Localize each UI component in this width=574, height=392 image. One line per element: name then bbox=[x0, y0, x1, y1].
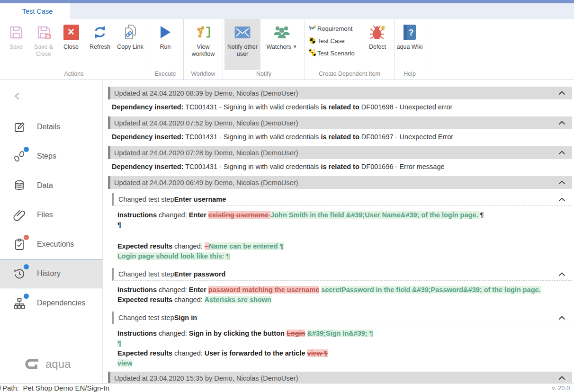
test-step-header[interactable]: Changed test step Sign in bbox=[112, 312, 572, 324]
sidebar-item-steps[interactable]: Steps bbox=[0, 142, 102, 171]
text-segment: Enter bbox=[189, 286, 208, 294]
create-test-case-button[interactable]: Test Case bbox=[308, 36, 360, 45]
ribbon-group-label: Notify bbox=[224, 70, 303, 80]
run-button[interactable]: Run bbox=[149, 19, 182, 70]
ribbon-group-help: ? aqua Wiki Help bbox=[395, 19, 425, 80]
history-text-line: Dependency inserted: TC001431 - Signing … bbox=[112, 102, 567, 112]
test-step-name: Enter username bbox=[174, 196, 226, 203]
save-close-icon bbox=[36, 23, 52, 41]
text-segment: DF001696 - Error message bbox=[359, 163, 445, 170]
history-entry-header[interactable]: Updated at 24.04.2020 07:52 by Demo, Nic… bbox=[108, 116, 572, 129]
test-step-header[interactable]: Changed test step Enter password bbox=[112, 268, 572, 281]
history-entry-body: Dependency inserted: TC001431 - Signing … bbox=[108, 100, 572, 116]
collapse-icon[interactable] bbox=[558, 180, 565, 185]
copy-link-button[interactable]: Copy Link bbox=[115, 19, 145, 70]
button-label: Save & Close bbox=[30, 44, 57, 58]
text-segment: changed: bbox=[172, 296, 205, 303]
collapse-icon[interactable] bbox=[558, 91, 565, 95]
aqua-wiki-button[interactable]: ? aqua Wiki bbox=[396, 19, 423, 70]
close-button[interactable]: ✕ Close bbox=[57, 19, 85, 70]
history-entry-header[interactable]: Updated at 23.04.2020 15:35 by Demo, Nic… bbox=[108, 372, 572, 383]
create-requirement-button[interactable]: Requirement bbox=[308, 24, 360, 33]
collapse-icon[interactable] bbox=[558, 151, 565, 155]
test-step-prefix: Changed test step bbox=[118, 196, 174, 203]
text-segment: Instructions bbox=[117, 211, 157, 219]
collapse-sidebar-button[interactable] bbox=[0, 80, 102, 112]
ribbon-group-label: Create Dependent Item bbox=[306, 70, 393, 80]
test-step-body: Instructions changed: Sign in by clickin… bbox=[108, 324, 572, 371]
save-button[interactable]: Save bbox=[2, 19, 30, 70]
collapse-icon[interactable] bbox=[558, 121, 565, 125]
item-label: Test Scenario bbox=[317, 50, 355, 57]
text-segment: Name can be entered ¶ bbox=[209, 242, 284, 250]
test-step-header[interactable]: Changed test step Enter username bbox=[112, 193, 572, 206]
sidebar-item-label: History bbox=[37, 269, 61, 278]
sidebar-item-label: Data bbox=[37, 181, 53, 190]
save-icon bbox=[9, 23, 24, 41]
sidebar-item-label: Files bbox=[37, 211, 53, 219]
notification-badge bbox=[24, 235, 29, 240]
version-label: v. 20.0. bbox=[552, 384, 574, 392]
sidebar-item-label: Dependencies bbox=[37, 299, 85, 307]
tab-test-case[interactable]: Test Case bbox=[5, 3, 70, 19]
text-segment: is related to bbox=[321, 133, 359, 141]
collapse-icon[interactable] bbox=[558, 316, 565, 320]
history-entry-header[interactable]: Updated at 24.04.2020 06:49 by Demo, Nic… bbox=[108, 176, 572, 189]
copy-link-icon bbox=[122, 23, 138, 41]
text-segment: changed: bbox=[157, 330, 189, 337]
svg-text:?: ? bbox=[409, 28, 414, 37]
sidebar-item-dependencies[interactable]: Dependencies bbox=[0, 288, 102, 318]
history-entry: Updated at 24.04.2020 06:49 by Demo, Nic… bbox=[108, 176, 572, 371]
history-entry-title: Updated at 23.04.2020 15:35 by Demo, Nic… bbox=[114, 374, 298, 382]
refresh-button[interactable]: Refresh bbox=[85, 19, 115, 70]
text-segment: Login page should look like this: ¶ bbox=[117, 252, 230, 260]
text-segment: Expected results bbox=[117, 242, 172, 250]
text-segment: changed: bbox=[172, 349, 205, 357]
notify-other-user-button[interactable]: Notify other user bbox=[224, 19, 260, 70]
notification-badge bbox=[24, 294, 29, 299]
steps-icon bbox=[12, 149, 27, 163]
sidebar-item-history[interactable]: History bbox=[0, 259, 102, 288]
aqua-logo-text: aqua bbox=[45, 357, 71, 371]
save-and-close-button[interactable]: Save & Close bbox=[30, 19, 57, 70]
test-step-name: Enter password bbox=[174, 270, 226, 278]
button-label: Refresh bbox=[90, 44, 110, 51]
collapse-icon[interactable] bbox=[558, 197, 565, 202]
view-workflow-button[interactable]: View workflow bbox=[185, 19, 221, 70]
requirement-icon bbox=[308, 24, 316, 33]
notification-badge bbox=[24, 147, 29, 152]
history-entry-header[interactable]: Updated at 24.04.2020 07:28 by Demo, Nic… bbox=[108, 146, 572, 159]
history-text-line: Login page should look like this: ¶ bbox=[117, 251, 567, 261]
text-segment: Asterisks sre shown bbox=[205, 296, 271, 303]
history-entry-title: Updated at 24.04.2020 07:28 by Demo, Nic… bbox=[114, 149, 298, 157]
create-test-scenario-button[interactable]: Test Scenario bbox=[308, 49, 360, 58]
ribbon-group-create-dependent-item: Requirement Test Case bbox=[305, 19, 395, 80]
spacer bbox=[117, 230, 567, 241]
create-defect-button[interactable]: Defect bbox=[362, 19, 393, 70]
button-label: Close bbox=[63, 44, 79, 51]
history-text-line: ¶ bbox=[117, 220, 567, 230]
text-segment: TC001431 - Signing in with valid credent… bbox=[184, 163, 321, 170]
text-segment: Instructions bbox=[117, 286, 157, 294]
collapse-icon[interactable] bbox=[558, 376, 565, 380]
status-icon bbox=[0, 384, 1, 391]
sidebar-item-label: Executions bbox=[37, 240, 74, 249]
text-segment: DF001698 - Unexpected error bbox=[359, 103, 453, 111]
test-step-name: Sign in bbox=[174, 314, 197, 321]
watchers-button[interactable]: Watchers ▼ bbox=[260, 19, 303, 70]
history-text-line: Expected results changed: Asterisks sre … bbox=[117, 295, 567, 305]
text-segment: TC001431 - Signing in with valid credent… bbox=[184, 133, 321, 141]
history-text-line: Expected results changed: User is forwar… bbox=[117, 348, 567, 358]
item-label: Test Case bbox=[317, 37, 345, 45]
text-segment: Dependency inserted: bbox=[112, 133, 184, 141]
sidebar-item-data[interactable]: Data bbox=[0, 171, 102, 200]
defect-bug-icon bbox=[369, 23, 386, 41]
text-segment: secretPassword in the field &#39;Passwor… bbox=[321, 286, 540, 294]
sidebar-item-executions[interactable]: Executions bbox=[0, 230, 102, 259]
tab-row-filler bbox=[70, 3, 574, 19]
sidebar-item-files[interactable]: Files bbox=[0, 200, 102, 230]
history-entry-header[interactable]: Updated at 24.04.2020 08:39 by Demo, Nic… bbox=[108, 87, 572, 99]
history-text-line: Instructions changed: Sign in by clickin… bbox=[117, 329, 567, 339]
sidebar-item-details[interactable]: Details bbox=[0, 112, 102, 142]
collapse-icon[interactable] bbox=[558, 272, 565, 276]
